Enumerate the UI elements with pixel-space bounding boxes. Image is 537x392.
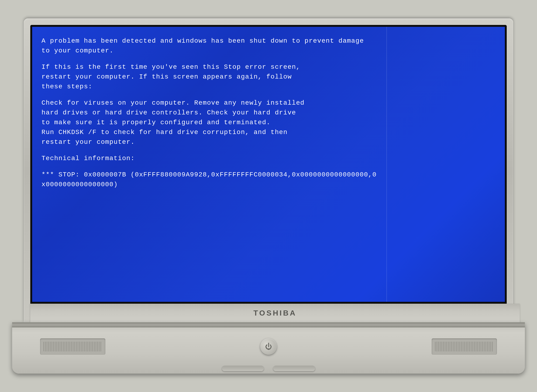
base-bumpers [222,366,315,371]
bumper-right [273,366,315,371]
base-controls: ⏻ [12,327,525,366]
speaker-left-grille [43,342,102,351]
bsod-screen: A problem has been detected and windows … [32,27,505,302]
monitor-bezel: A problem has been detected and windows … [24,19,513,322]
speaker-right [432,338,497,355]
bsod-line-11: Run CHKDSK /F to check for hard drive co… [42,127,495,137]
bumper-left [222,366,264,371]
bsod-line-10: to make sure it is properly configured a… [42,118,495,127]
bsod-line-12: restart your computer. [42,137,495,147]
bottom-bezel: TOSHIBA [30,304,520,322]
bsod-line-1: A problem has been detected and windows … [42,36,495,46]
bsod-line-17: x0000000000000000) [42,180,495,189]
laptop-base: ⏻ [12,322,525,373]
bsod-line-6: these steps: [42,82,495,92]
laptop-outer: A problem has been detected and windows … [24,19,513,373]
bsod-line-4: If this is the first time you've seen th… [42,62,495,72]
center-controls: ⏻ [260,338,277,355]
speaker-left [40,338,105,355]
bsod-line-8: Check for viruses on your computer. Remo… [42,98,495,108]
bsod-line-2: to your computer. [42,46,495,56]
bsod-content: A problem has been detected and windows … [42,36,495,189]
screen-wrapper: A problem has been detected and windows … [30,25,507,304]
speaker-right-grille [435,342,494,351]
power-button[interactable]: ⏻ [260,338,277,355]
bsod-line-9: hard drives or hard drive controllers. C… [42,108,495,118]
brand-logo: TOSHIBA [253,309,296,317]
power-icon: ⏻ [265,343,272,350]
bsod-line-14: Technical information: [42,154,495,163]
bsod-line-16: *** STOP: 0x0000007B (0xFFFF880009A9928,… [42,170,495,180]
bsod-line-5: restart your computer. If this screen ap… [42,72,495,82]
hinge-bar [12,322,525,327]
